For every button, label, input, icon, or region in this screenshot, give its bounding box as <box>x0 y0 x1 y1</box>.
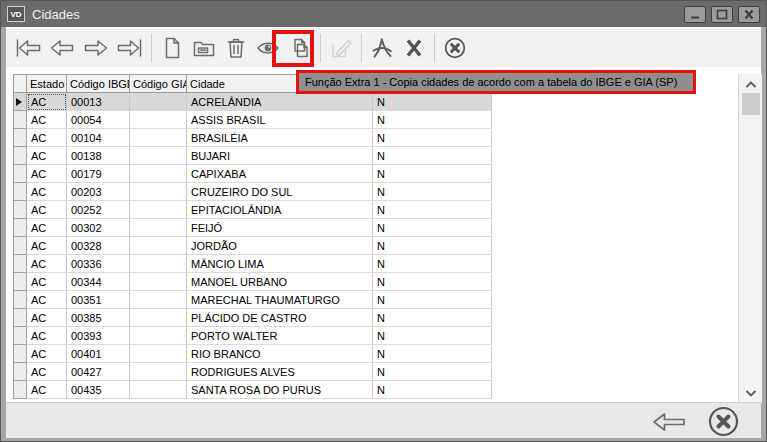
cancel-circle-button[interactable] <box>707 405 740 442</box>
scroll-up-button[interactable] <box>739 76 762 92</box>
cell-flag[interactable]: N <box>373 237 492 255</box>
table-row[interactable]: AC 00302 FEIJÓ N <box>14 219 492 237</box>
cell-codigo-ibge[interactable]: 00344 <box>67 273 130 291</box>
cell-codigo-gia[interactable] <box>130 237 187 255</box>
close-button[interactable] <box>738 6 760 23</box>
cell-codigo-gia[interactable] <box>130 111 187 129</box>
header-estado[interactable]: Estado <box>27 74 67 93</box>
cell-flag[interactable]: N <box>373 381 492 399</box>
export-pdf-button[interactable] <box>370 33 394 63</box>
cell-cidade[interactable]: ASSIS BRASIL <box>187 111 373 129</box>
cell-codigo-ibge[interactable]: 00336 <box>67 255 130 273</box>
cell-codigo-ibge[interactable]: 00393 <box>67 327 130 345</box>
table-row[interactable]: AC 00393 PORTO WALTER N <box>14 327 492 345</box>
cell-flag[interactable]: N <box>373 129 492 147</box>
cell-flag[interactable]: N <box>373 363 492 381</box>
cell-estado[interactable]: AC <box>27 255 67 273</box>
cell-codigo-ibge[interactable]: 00328 <box>67 237 130 255</box>
cancel-button[interactable] <box>443 33 467 63</box>
cell-estado[interactable]: AC <box>27 309 67 327</box>
cell-flag[interactable]: N <box>373 327 492 345</box>
minimize-button[interactable] <box>684 6 706 23</box>
table-row[interactable]: AC 00336 MÂNCIO LIMA N <box>14 255 492 273</box>
cell-estado[interactable]: AC <box>27 273 67 291</box>
cell-codigo-ibge[interactable]: 00203 <box>67 183 130 201</box>
nav-next-button[interactable] <box>83 33 109 63</box>
table-row[interactable]: AC 00054 ASSIS BRASIL N <box>14 111 492 129</box>
table-row[interactable]: AC 00401 RIO BRANCO N <box>14 345 492 363</box>
cell-estado[interactable]: AC <box>27 345 67 363</box>
cell-estado[interactable]: AC <box>27 291 67 309</box>
cell-codigo-gia[interactable] <box>130 327 187 345</box>
cell-flag[interactable]: N <box>373 93 492 111</box>
cell-codigo-ibge[interactable]: 00013 <box>67 93 130 111</box>
cell-flag[interactable]: N <box>373 273 492 291</box>
cell-cidade[interactable]: JORDÃO <box>187 237 373 255</box>
maximize-button[interactable] <box>711 6 733 23</box>
cell-cidade[interactable]: MANOEL URBANO <box>187 273 373 291</box>
cell-codigo-gia[interactable] <box>130 183 187 201</box>
back-button[interactable] <box>651 410 687 438</box>
cell-codigo-gia[interactable] <box>130 291 187 309</box>
cell-cidade[interactable]: BRASILÉIA <box>187 129 373 147</box>
header-codigo-gia[interactable]: Código GIA <box>130 74 187 93</box>
header-indicator[interactable] <box>14 74 27 93</box>
scrollbar-thumb[interactable] <box>742 93 760 115</box>
cell-codigo-gia[interactable] <box>130 255 187 273</box>
cell-estado[interactable]: AC <box>27 237 67 255</box>
cell-estado[interactable]: AC <box>27 147 67 165</box>
cell-cidade[interactable]: MÂNCIO LIMA <box>187 255 373 273</box>
cell-flag[interactable]: N <box>373 201 492 219</box>
cell-cidade[interactable]: PLÁCIDO DE CASTRO <box>187 309 373 327</box>
cell-codigo-ibge[interactable]: 00385 <box>67 309 130 327</box>
cell-estado[interactable]: AC <box>27 165 67 183</box>
cell-codigo-gia[interactable] <box>130 345 187 363</box>
copy-record-button[interactable] <box>288 33 312 63</box>
nav-last-button[interactable] <box>117 33 143 63</box>
cell-codigo-ibge[interactable]: 00427 <box>67 363 130 381</box>
cell-cidade[interactable]: BUJARI <box>187 147 373 165</box>
cell-cidade[interactable]: EPITACIOLÂNDIA <box>187 201 373 219</box>
cell-flag[interactable]: N <box>373 255 492 273</box>
cell-codigo-ibge[interactable]: 00401 <box>67 345 130 363</box>
nav-previous-button[interactable] <box>49 33 75 63</box>
delete-record-button[interactable] <box>224 33 248 63</box>
cell-cidade[interactable]: CRUZEIRO DO SUL <box>187 183 373 201</box>
close-x-button[interactable] <box>402 33 426 63</box>
cell-codigo-gia[interactable] <box>130 147 187 165</box>
cell-codigo-ibge[interactable]: 00302 <box>67 219 130 237</box>
vertical-scrollbar[interactable] <box>738 74 762 403</box>
cell-flag[interactable]: N <box>373 291 492 309</box>
cell-cidade[interactable]: MARECHAL THAUMATURGO <box>187 291 373 309</box>
cell-codigo-ibge[interactable]: 00138 <box>67 147 130 165</box>
table-row[interactable]: AC 00328 JORDÃO N <box>14 237 492 255</box>
table-row[interactable]: AC 00344 MANOEL URBANO N <box>14 273 492 291</box>
table-row[interactable]: AC 00203 CRUZEIRO DO SUL N <box>14 183 492 201</box>
cell-estado[interactable]: AC <box>27 219 67 237</box>
table-row[interactable]: AC 00435 SANTA ROSA DO PURUS N <box>14 381 492 399</box>
cell-flag[interactable]: N <box>373 309 492 327</box>
cell-cidade[interactable]: CAPIXABA <box>187 165 373 183</box>
cell-codigo-gia[interactable] <box>130 381 187 399</box>
cell-estado[interactable]: AC <box>27 327 67 345</box>
cell-cidade[interactable]: RIO BRANCO <box>187 345 373 363</box>
cell-flag[interactable]: N <box>373 219 492 237</box>
cell-codigo-ibge[interactable]: 00252 <box>67 201 130 219</box>
new-record-button[interactable] <box>160 33 184 63</box>
cell-estado[interactable]: AC <box>27 201 67 219</box>
cell-estado[interactable]: AC <box>27 111 67 129</box>
scroll-down-button[interactable] <box>739 385 762 401</box>
table-row[interactable]: AC 00385 PLÁCIDO DE CASTRO N <box>14 309 492 327</box>
open-record-button[interactable] <box>192 33 216 63</box>
cell-codigo-gia[interactable] <box>130 165 187 183</box>
cell-codigo-gia[interactable] <box>130 309 187 327</box>
header-codigo-ibge[interactable]: Código IBGE <box>67 74 130 93</box>
cell-codigo-gia[interactable] <box>130 273 187 291</box>
table-row[interactable]: AC 00351 MARECHAL THAUMATURGO N <box>14 291 492 309</box>
cell-cidade[interactable]: RODRIGUES ALVES <box>187 363 373 381</box>
table-row[interactable]: AC 00013 ACRELÂNDIA N <box>14 93 492 111</box>
cell-flag[interactable]: N <box>373 345 492 363</box>
cell-cidade[interactable]: FEIJÓ <box>187 219 373 237</box>
table-row[interactable]: AC 00252 EPITACIOLÂNDIA N <box>14 201 492 219</box>
table-row[interactable]: AC 00179 CAPIXABA N <box>14 165 492 183</box>
